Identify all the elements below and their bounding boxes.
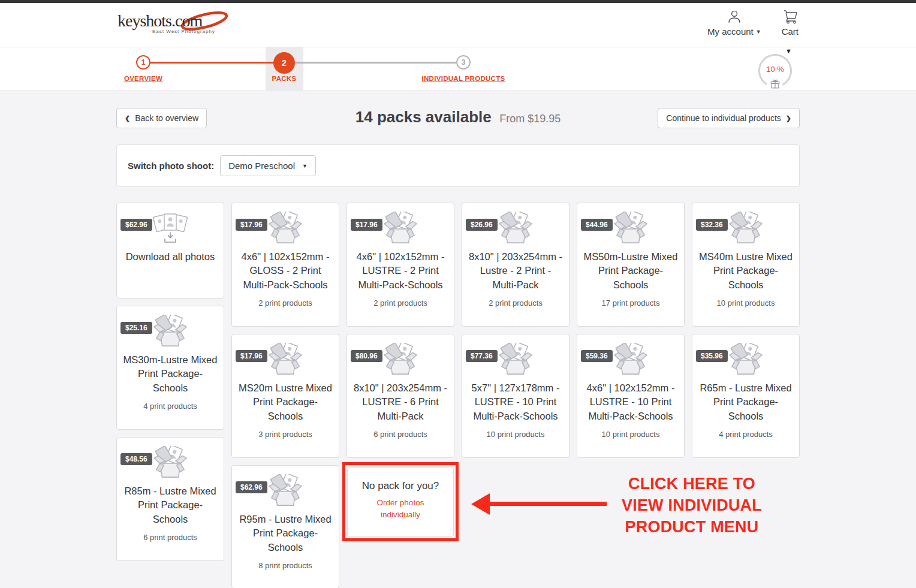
pack-count: 2 print products [462,298,569,307]
price-badge: $48.56 [120,453,152,465]
continue-to-individual-products-button[interactable]: Continue to individual products ❯ [658,108,800,128]
annotation-click-here-text: CLICK HERE TO VIEW INDIVIDUAL PRODUCT ME… [610,473,773,538]
cart-icon [782,9,799,25]
page-subtitle: From $19.95 [499,113,561,125]
annotation-line-3: PRODUCT MENU [610,516,773,538]
chevron-down-icon: ▼ [302,163,308,169]
order-photos-individually-link[interactable]: Order photos individually [348,497,453,520]
photo-shoot-dropdown[interactable]: Demo Preschool ▼ [220,155,316,176]
price-badge: $17.96 [236,219,267,231]
pack-count: 6 print products [347,430,454,439]
site-header: keyshots.com East West Photography My ac… [0,3,916,47]
packs-column: $32.36 MS40m Lustre Mixed Print Package-… [692,203,800,458]
step-connector-upcoming [295,62,457,64]
price-badge: $17.96 [236,350,267,362]
price-badge: $59.36 [581,350,613,362]
pack-title: 5x7" | 127x178mm - LUSTRE - 10 Print Mul… [462,381,569,423]
my-account-menu[interactable]: My account▼ [707,9,761,37]
pack-card[interactable]: $62.96 R95m - Lustre Mixed Print Package… [231,465,339,588]
pack-card[interactable]: $17.96 4x6" | 102x152mm - GLOSS - 2 Prin… [231,203,339,327]
pack-count: 2 print products [232,298,339,307]
pack-title: 4x6" | 102x152mm - LUSTRE - 2 Print Mult… [347,250,454,292]
discount-value: 10 % [757,65,793,74]
pack-card[interactable]: $35.96 R65m - Lustre Mixed Print Package… [692,334,800,458]
price-badge: $17.96 [351,219,382,231]
pack-count: 8 print products [232,561,339,570]
pack-title: 8x10" | 203x254mm - LUSTRE - 6 Print Mul… [347,381,454,423]
logo-brand-text: keyshots.com [117,11,225,31]
pack-count: 4 print products [117,402,224,411]
cart-button[interactable]: Cart [782,9,799,37]
page-title: 14 packs available [355,108,492,126]
pack-title: 4x6" | 102x152mm - LUSTRE - 10 Print Mul… [577,381,684,423]
pack-title: MS20m Lustre Mixed Print Package-Schools [232,381,339,423]
step-label-overview[interactable]: OVERVIEW [124,75,162,82]
price-badge: $32.36 [696,219,728,231]
pack-count: 2 print products [347,298,454,307]
packs-column: $44.96 MS50m-Lustre Mixed Print Package-… [577,203,685,458]
pack-title: MS30m-Lustre Mixed Print Package-Schools [117,353,224,395]
pack-title: MS50m-Lustre Mixed Print Package-Schools [577,250,684,292]
annotation-line-2: VIEW INDIVIDUAL [610,494,773,516]
pack-title: Download all photos [117,250,224,264]
chevron-down-icon: ▼ [756,29,761,35]
pack-card[interactable]: $17.96 4x6" | 102x152mm - LUSTRE - 2 Pri… [346,203,454,327]
price-badge: $26.96 [466,219,498,231]
packs-column: $17.96 4x6" | 102x152mm - LUSTRE - 2 Pri… [346,203,454,541]
pack-title: R85m - Lustre Mixed Print Package-School… [117,484,224,526]
pack-count: 4 print products [692,430,799,439]
pack-count: 3 print products [232,430,339,439]
price-badge: $62.96 [120,219,152,231]
pack-card[interactable]: $25.16 MS30m-Lustre Mixed Print Package-… [116,306,224,430]
step-circle-individual[interactable]: 3 [456,55,471,70]
progress-steps: 1 2 3 OVERVIEW PACKS INDIVIDUAL PRODUCTS… [0,47,916,91]
pack-card[interactable]: $77.36 5x7" | 127x178mm - LUSTRE - 10 Pr… [462,334,570,458]
pack-card[interactable]: $17.96 MS20m Lustre Mixed Print Package-… [231,334,339,458]
packs-column: $26.96 8x10" | 203x254mm - Lustre - 2 Pr… [462,203,570,458]
pack-title: R65m - Lustre Mixed Print Package-School… [692,381,799,423]
pack-count: 10 print products [462,430,569,439]
pack-card[interactable]: $59.36 4x6" | 102x152mm - LUSTRE - 10 Pr… [577,334,685,458]
step-connector-done [150,62,274,64]
photo-shoot-switcher-panel: Switch photo shoot: Demo Preschool ▼ [116,144,800,187]
packs-column: $62.96 Download all photos $25.16 MS30m-… [116,203,224,561]
site-logo[interactable]: keyshots.com East West Photography [117,11,225,40]
price-badge: $80.96 [351,350,382,362]
price-badge: $77.36 [466,350,498,362]
pack-card[interactable]: $32.36 MS40m Lustre Mixed Print Package-… [692,203,800,327]
pack-card-download-all[interactable]: $62.96 Download all photos [116,203,224,298]
back-button-label: Back to overview [135,113,198,123]
price-badge: $25.16 [120,322,152,334]
pack-count: 10 print products [577,430,684,439]
pack-card[interactable]: $80.96 8x10" | 203x254mm - LUSTRE - 6 Pr… [346,334,454,458]
pack-title: R95m - Lustre Mixed Print Package-School… [232,512,339,554]
step-circle-packs: 2 [273,52,295,74]
continue-button-label: Continue to individual products [666,113,781,123]
step-label-individual-products[interactable]: INDIVIDUAL PRODUCTS [421,75,505,82]
pack-title: MS40m Lustre Mixed Print Package-Schools [692,250,799,292]
annotation-arrow-shaft [489,502,607,506]
pack-card[interactable]: $48.56 R85m - Lustre Mixed Print Package… [116,437,224,561]
price-badge: $62.96 [236,481,267,493]
pack-count: 6 print products [117,533,224,542]
switch-shoot-label: Switch photo shoot: [128,161,214,171]
pack-card[interactable]: $44.96 MS50m-Lustre Mixed Print Package-… [577,203,685,327]
packs-column: $17.96 4x6" | 102x152mm - GLOSS - 2 Prin… [231,203,339,588]
pack-count: 10 print products [692,298,799,307]
back-to-overview-button[interactable]: ❮ Back to overview [116,108,207,128]
logo-tagline: East West Photography [152,29,215,34]
chevron-right-icon: ❯ [786,114,791,122]
step-circle-overview[interactable]: 1 [136,55,150,70]
photo-shoot-selected: Demo Preschool [228,161,295,171]
no-pack-title: No pack for you? [348,480,453,492]
no-pack-card[interactable]: No pack for you? Order photos individual… [347,467,454,536]
user-icon [727,9,742,25]
pack-card[interactable]: $26.96 8x10" | 203x254mm - Lustre - 2 Pr… [462,203,570,327]
annotation-arrow-head [471,493,490,515]
price-badge: $44.96 [581,219,613,231]
gift-icon [770,79,781,90]
price-badge: $35.96 [696,350,728,362]
annotation-line-1: CLICK HERE TO [610,473,773,494]
gauge-dropdown-caret[interactable]: ▼ [785,47,792,55]
pack-count: 17 print products [577,298,684,307]
